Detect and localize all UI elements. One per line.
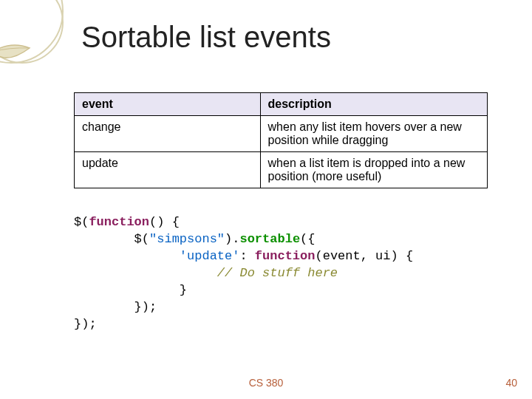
code-token: }	[74, 283, 187, 297]
code-token: function	[255, 249, 316, 263]
code-token: (event, ui) {	[315, 249, 413, 263]
slide: Sortable list events event description c…	[0, 0, 532, 399]
cell-desc-1: when a list item is dropped into a new p…	[260, 152, 487, 188]
events-table: event description change when any list i…	[74, 92, 488, 188]
code-token: $(	[74, 232, 149, 246]
code-token: $(	[74, 215, 89, 229]
header-description: description	[260, 93, 487, 116]
code-token: sortable	[239, 232, 300, 246]
code-token: function	[89, 215, 149, 229]
cell-event-1: update	[75, 152, 261, 188]
header-event: event	[75, 93, 261, 116]
code-sample: $(function() { $("simpsons").sortable({ …	[74, 214, 495, 333]
cell-desc-0: when any list item hovers over a new pos…	[260, 116, 487, 152]
slide-title: Sortable list events	[81, 21, 331, 54]
code-token: "simpsons"	[149, 232, 225, 246]
footer-page-number: 40	[505, 377, 517, 389]
code-token: });	[74, 300, 157, 314]
code-token	[74, 249, 180, 263]
code-token: // Do stuff here	[217, 266, 338, 280]
code-token: });	[74, 317, 97, 331]
footer-course: CS 380	[249, 377, 284, 389]
code-token: () {	[149, 215, 180, 229]
code-token: :	[239, 249, 254, 263]
table-row: update when a list item is dropped into …	[75, 152, 488, 188]
table-row: change when any list item hovers over a …	[75, 116, 488, 152]
table-header-row: event description	[75, 93, 488, 116]
code-token: ({	[300, 232, 315, 246]
code-token: 'update'	[180, 249, 240, 263]
code-token	[74, 266, 217, 280]
cell-event-0: change	[75, 116, 261, 152]
code-token: ).	[225, 232, 239, 246]
